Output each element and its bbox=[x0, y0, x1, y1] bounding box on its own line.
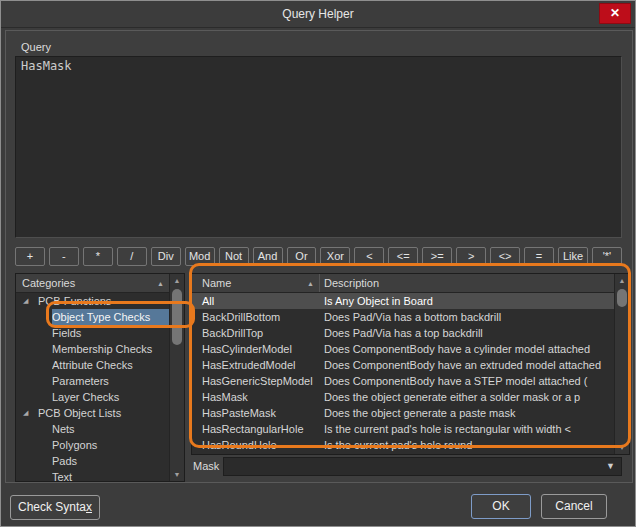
tree-expand-icon[interactable]: ◢ bbox=[23, 405, 33, 421]
function-row-backdrilltop[interactable]: BackDrillTopDoes Pad/Via has a top backd… bbox=[192, 325, 614, 341]
function-row-haspastemask[interactable]: HasPasteMaskDoes the object generate a p… bbox=[192, 405, 614, 421]
category-item-membership-checks[interactable]: Membership Checks bbox=[16, 341, 169, 357]
window-title: Query Helper bbox=[1, 1, 635, 28]
function-name-cell: BackDrillBottom bbox=[192, 309, 320, 325]
scroll-down-icon[interactable]: ▼ bbox=[615, 441, 629, 454]
category-item-label: PCB Functions bbox=[38, 293, 169, 309]
functions-table-panel: Name ▲ Description AllIs Any Object in B… bbox=[191, 273, 630, 455]
cancel-button[interactable]: Cancel bbox=[541, 494, 607, 519]
operator-button-14[interactable]: <> bbox=[490, 247, 520, 266]
operator-toolbar: +-*/DivModNotAndOrXor<<=>=><>=Like'*' bbox=[15, 247, 622, 266]
operator-button-15[interactable]: = bbox=[524, 247, 554, 266]
function-row-hasrectangularhole[interactable]: HasRectangularHoleIs the current pad's h… bbox=[192, 421, 614, 437]
function-name-cell: HasGenericStepModel bbox=[192, 373, 320, 389]
function-description-cell: Does ComponentBody have an extruded mode… bbox=[320, 357, 614, 373]
function-name-cell: HasMask bbox=[192, 389, 320, 405]
categories-header-label: Categories bbox=[16, 277, 157, 289]
function-description-cell: Is the current pad's hole round bbox=[320, 437, 614, 453]
category-item-layer-checks[interactable]: Layer Checks bbox=[16, 389, 169, 405]
function-name-cell: HasRectangularHole bbox=[192, 421, 320, 437]
categories-panel: Categories ▲ ◢PCB FunctionsObject Type C… bbox=[15, 273, 185, 482]
function-description-cell: Does ComponentBody have a STEP model att… bbox=[320, 373, 614, 389]
category-item-label: Pads bbox=[52, 453, 169, 469]
function-description-cell: Does the object generate a paste mask bbox=[320, 405, 614, 421]
category-item-nets[interactable]: Nets bbox=[16, 421, 169, 437]
scroll-up-icon[interactable]: ▲ bbox=[615, 274, 629, 287]
mask-dropdown[interactable]: ▼ bbox=[223, 457, 622, 476]
operator-button-2[interactable]: * bbox=[83, 247, 113, 266]
category-item-label: Layer Checks bbox=[52, 389, 169, 405]
category-item-label: PCB Object Lists bbox=[38, 405, 169, 421]
operator-button-11[interactable]: <= bbox=[388, 247, 418, 266]
operator-button-10[interactable]: < bbox=[354, 247, 384, 266]
title-bar[interactable]: Query Helper ✕ bbox=[1, 1, 635, 28]
category-item-pcb-functions[interactable]: ◢PCB Functions bbox=[16, 293, 169, 309]
categories-scrollbar-thumb[interactable] bbox=[172, 289, 182, 345]
function-description-cell: Does Pad/Via has a bottom backdrill bbox=[320, 309, 614, 325]
operator-button-1[interactable]: - bbox=[49, 247, 79, 266]
category-item-object-type-checks[interactable]: Object Type Checks bbox=[16, 309, 169, 325]
function-description-cell: Is Any Object in Board bbox=[320, 293, 614, 309]
operator-button-9[interactable]: Xor bbox=[320, 247, 350, 266]
function-name-cell: All bbox=[192, 293, 320, 309]
function-description-cell: Does ComponentBody have a cylinder model… bbox=[320, 341, 614, 357]
category-item-pads[interactable]: Pads bbox=[16, 453, 169, 469]
operator-button-5[interactable]: Mod bbox=[185, 247, 215, 266]
operator-button-8[interactable]: Or bbox=[287, 247, 317, 266]
mask-label: Mask bbox=[193, 460, 219, 472]
function-row-all[interactable]: AllIs Any Object in Board bbox=[192, 293, 614, 309]
close-icon: ✕ bbox=[610, 6, 620, 20]
name-column-header[interactable]: Name ▲ bbox=[192, 274, 320, 292]
operator-button-16[interactable]: Like bbox=[558, 247, 588, 266]
scroll-up-icon[interactable]: ▲ bbox=[170, 274, 184, 287]
query-input[interactable]: HasMask bbox=[15, 56, 622, 238]
category-item-fields[interactable]: Fields bbox=[16, 325, 169, 341]
function-description-cell: Does Pad/Via has a top backdrill bbox=[320, 325, 614, 341]
function-name-cell: BackDrillTop bbox=[192, 325, 320, 341]
description-column-header[interactable]: Description bbox=[320, 277, 614, 289]
operator-button-4[interactable]: Div bbox=[151, 247, 181, 266]
ok-button[interactable]: OK bbox=[471, 494, 531, 519]
operator-button-7[interactable]: And bbox=[253, 247, 283, 266]
category-item-label: Polygons bbox=[52, 437, 169, 453]
category-item-label: Parameters bbox=[52, 373, 169, 389]
operator-button-0[interactable]: + bbox=[15, 247, 45, 266]
function-name-cell: HasExtrudedModel bbox=[192, 357, 320, 373]
category-item-label: Fields bbox=[52, 325, 169, 341]
function-row-hascylindermodel[interactable]: HasCylinderModelDoes ComponentBody have … bbox=[192, 341, 614, 357]
function-row-backdrillbottom[interactable]: BackDrillBottomDoes Pad/Via has a bottom… bbox=[192, 309, 614, 325]
scroll-down-icon[interactable]: ▼ bbox=[170, 468, 184, 481]
operator-button-17[interactable]: '*' bbox=[592, 247, 622, 266]
category-item-pcb-object-lists[interactable]: ◢PCB Object Lists bbox=[16, 405, 169, 421]
category-item-label: Nets bbox=[52, 421, 169, 437]
check-syntax-button[interactable]: Check Syntax bbox=[10, 495, 100, 520]
category-item-label: Membership Checks bbox=[52, 341, 169, 357]
description-column-label: Description bbox=[324, 277, 379, 289]
functions-table-scrollbar[interactable]: ▲ ▼ bbox=[614, 274, 629, 454]
query-label: Query bbox=[21, 41, 51, 53]
operator-button-6[interactable]: Not bbox=[219, 247, 249, 266]
category-item-attribute-checks[interactable]: Attribute Checks bbox=[16, 357, 169, 373]
function-name-cell: HasRoundHole bbox=[192, 437, 320, 453]
categories-scrollbar[interactable]: ▲ ▼ bbox=[169, 274, 184, 481]
category-item-parameters[interactable]: Parameters bbox=[16, 373, 169, 389]
sort-ascending-icon: ▲ bbox=[307, 280, 319, 287]
category-item-label: Object Type Checks bbox=[52, 309, 169, 325]
category-item-text[interactable]: Text bbox=[16, 469, 169, 481]
function-row-hasextrudedmodel[interactable]: HasExtrudedModelDoes ComponentBody have … bbox=[192, 357, 614, 373]
functions-table-scrollbar-thumb[interactable] bbox=[617, 289, 627, 307]
close-button[interactable]: ✕ bbox=[599, 3, 631, 24]
function-row-hasroundhole[interactable]: HasRoundHoleIs the current pad's hole ro… bbox=[192, 437, 614, 453]
name-column-label: Name bbox=[202, 277, 307, 289]
categories-header[interactable]: Categories ▲ bbox=[16, 274, 169, 293]
query-helper-dialog: Query Helper ✕ Query HasMask +-*/DivModN… bbox=[0, 0, 636, 527]
operator-button-12[interactable]: >= bbox=[422, 247, 452, 266]
tree-expand-icon[interactable]: ◢ bbox=[23, 293, 33, 309]
function-row-hasgenericstepmodel[interactable]: HasGenericStepModelDoes ComponentBody ha… bbox=[192, 373, 614, 389]
category-item-polygons[interactable]: Polygons bbox=[16, 437, 169, 453]
function-description-cell: Does the object generate either a solder… bbox=[320, 389, 614, 405]
function-row-hasmask[interactable]: HasMaskDoes the object generate either a… bbox=[192, 389, 614, 405]
categories-tree: ◢PCB FunctionsObject Type ChecksFieldsMe… bbox=[16, 293, 169, 481]
operator-button-3[interactable]: / bbox=[117, 247, 147, 266]
operator-button-13[interactable]: > bbox=[456, 247, 486, 266]
